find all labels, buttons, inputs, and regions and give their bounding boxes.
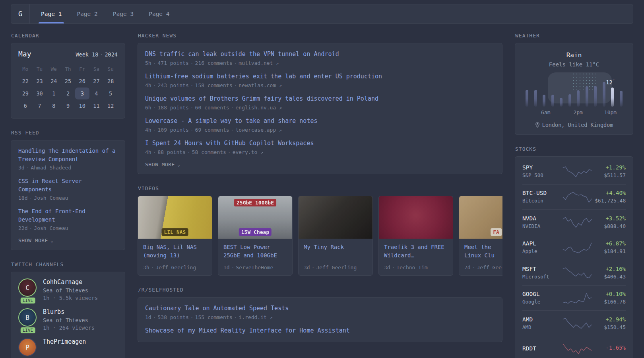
story-meta: 6h·188 points·60 comments·english.nv.ua …: [145, 105, 495, 111]
video-thumbnail[interactable]: [379, 196, 453, 239]
thumbnail-text-overlay: FA: [491, 228, 502, 236]
chevron-down-icon: ⌄: [177, 163, 180, 166]
stock-symbol-link[interactable]: AAPL: [522, 240, 560, 247]
weather-bar: [586, 86, 588, 107]
story-comments: 69 comments: [195, 127, 229, 133]
weather-location: London, United Kingdom: [542, 122, 613, 128]
stock-company-name: AMD: [522, 324, 560, 330]
stock-symbol-link[interactable]: BTC-USD: [522, 190, 560, 196]
avatar-initial: C: [25, 284, 29, 292]
app-logo[interactable]: G: [11, 4, 29, 23]
stock-sparkline: [562, 239, 592, 255]
hacker-news-show-more-button[interactable]: SHOW MORE⌄: [145, 161, 495, 167]
page-tab[interactable]: Page 2: [77, 4, 97, 23]
video-thumbnail[interactable]: LIL NAS: [138, 196, 212, 239]
twitch-channel-link[interactable]: Blurbs: [43, 308, 95, 315]
story-meta: 4h·109 points·69 comments·lowercase.app …: [145, 127, 495, 133]
stock-symbol-link[interactable]: RDDT: [522, 345, 560, 352]
twitch-channel-link[interactable]: CohhCarnage: [43, 278, 98, 286]
calendar-day: 25: [61, 75, 75, 87]
video-card[interactable]: 25GbE 100GbE 15W Cheap BEST Low Power 25…: [218, 196, 293, 276]
calendar-widget: CALENDAR May Week 18·2024 MoTuWeThFrSaSu…: [11, 33, 125, 119]
stock-company-name: Google: [522, 299, 560, 305]
story-meta: 4h·243 points·158 comments·newatlas.com …: [145, 82, 495, 88]
dot-separator: ·: [471, 265, 477, 270]
rss-title-link[interactable]: The End of Front-End Development: [18, 207, 118, 224]
twitch-channel-info: ThePrimeagen: [43, 338, 86, 356]
stock-values: +1.29% $511.57: [604, 164, 626, 178]
stock-change-percent: +2.16%: [604, 266, 626, 272]
external-link-icon: ↗: [279, 83, 282, 88]
hacker-news-section-label: HACKER NEWS: [138, 33, 502, 39]
calendar-day: 27: [89, 75, 104, 87]
rss-title-link[interactable]: CSS in React Server Components: [18, 177, 118, 194]
story-domain: mullvad.net: [239, 60, 273, 66]
story-domain-link[interactable]: mullvad.net ↗: [239, 60, 279, 66]
stock-sparkline: [562, 189, 592, 205]
stock-symbol-link[interactable]: MSFT: [522, 266, 560, 272]
calendar-month: May: [18, 50, 31, 58]
stocks-card: SPY S&P 500 +1.29% $511.57 BTC-USD Bitco…: [515, 156, 633, 358]
video-card[interactable]: My Tiny Rack 3d·Jeff Geerling: [298, 196, 373, 276]
rss-author: Josh Comeau: [34, 225, 68, 231]
avatar: C: [18, 278, 37, 297]
dot-separator: ·: [226, 149, 233, 155]
stock-company-name: Bitcoin: [522, 198, 560, 204]
weather-bar: [620, 91, 623, 107]
page-tab[interactable]: Page 4: [149, 4, 169, 23]
rss-age: 18d: [18, 195, 27, 201]
video-title-link[interactable]: Meet the Linux Clu: [464, 243, 502, 260]
video-card[interactable]: LIL NAS Big NAS, Lil NAS (moving 13) 3h·…: [138, 196, 212, 276]
stock-row: BTC-USD Bitcoin +4.40% $61,725.48: [522, 184, 626, 210]
video-thumbnail[interactable]: [299, 196, 372, 239]
stock-symbol-link[interactable]: SPY: [522, 164, 560, 171]
story-title-link[interactable]: Lithium-free sodium batteries exit the l…: [145, 72, 495, 81]
selfhosted-card: Cautionary Tale on Automated Speed Tests…: [138, 297, 502, 342]
story-domain-link[interactable]: i.redd.it ↗: [239, 314, 273, 320]
story-comments: 158 comments: [195, 82, 233, 88]
story-domain-link[interactable]: english.nv.ua ↗: [236, 105, 282, 111]
story-item: Cautionary Tale on Automated Speed Tests…: [145, 304, 495, 320]
story-domain-link[interactable]: every.to ↗: [233, 149, 264, 155]
stock-symbol-link[interactable]: GOOGL: [522, 291, 560, 297]
video-age: 1d: [223, 265, 230, 270]
calendar-day: 12: [103, 100, 118, 112]
video-title-link[interactable]: Big NAS, Lil NAS (moving 13): [143, 243, 207, 260]
stock-id: BTC-USD Bitcoin: [522, 190, 560, 204]
story-title-link[interactable]: DNS traffic can leak outside the VPN tun…: [145, 50, 495, 59]
story-title-link[interactable]: Unique volumes of Brothers Grimm fairy t…: [145, 94, 495, 103]
stock-id: GOOGL Google: [522, 291, 560, 305]
video-card[interactable]: FA Meet the Linux Clu 7d·Jeff Geerling: [459, 196, 502, 276]
calendar-day: 5: [103, 88, 118, 99]
external-link-icon: ↗: [270, 315, 273, 320]
video-card[interactable]: Traefik 3 and FREE Wildcard… 3d·Techno T…: [378, 196, 453, 276]
rss-title-link[interactable]: Handling The Indentation of a Treeview C…: [18, 147, 118, 163]
story-title-link[interactable]: Cautionary Tale on Automated Speed Tests: [145, 304, 495, 313]
story-title-link[interactable]: I Spent 24 Hours with GitHub Copilot Wor…: [145, 139, 495, 148]
calendar-day: 29: [18, 88, 33, 99]
dot-separator: ·: [27, 195, 34, 201]
dot-separator: ·: [390, 265, 397, 270]
stock-symbol-link[interactable]: AMD: [522, 316, 560, 323]
page-tab[interactable]: Page 3: [113, 4, 134, 23]
video-title-link[interactable]: My Tiny Rack: [304, 243, 367, 251]
dot-separator: ·: [229, 105, 236, 111]
calendar-day: 10: [75, 100, 89, 112]
video-thumbnail[interactable]: FA: [459, 196, 502, 239]
video-title-link[interactable]: Traefik 3 and FREE Wildcard…: [384, 243, 448, 260]
twitch-channel-link[interactable]: ThePrimeagen: [43, 338, 86, 345]
video-meta: 1d·ServeTheHome: [223, 265, 287, 270]
story-title-link[interactable]: Showcase of my Mixed Reality Interface f…: [145, 326, 495, 335]
story-title-link[interactable]: Lowercase - A simple way to take and sha…: [145, 117, 495, 126]
dot-separator: ·: [151, 149, 158, 155]
video-age: 3d: [304, 265, 310, 270]
rss-show-more-button[interactable]: SHOW MORE⌄: [18, 237, 118, 243]
video-title-link[interactable]: BEST Low Power 25GbE and 100GbE Switch…: [223, 243, 287, 260]
calendar-section-label: CALENDAR: [11, 33, 125, 39]
page-tab[interactable]: Page 1: [41, 4, 62, 23]
story-domain-link[interactable]: newatlas.com ↗: [239, 82, 282, 88]
stock-symbol-link[interactable]: NVDA: [522, 215, 560, 222]
calendar-day: 22: [18, 75, 33, 87]
story-domain-link[interactable]: lowercase.app ↗: [236, 127, 282, 133]
video-thumbnail[interactable]: 25GbE 100GbE 15W Cheap: [218, 196, 292, 239]
